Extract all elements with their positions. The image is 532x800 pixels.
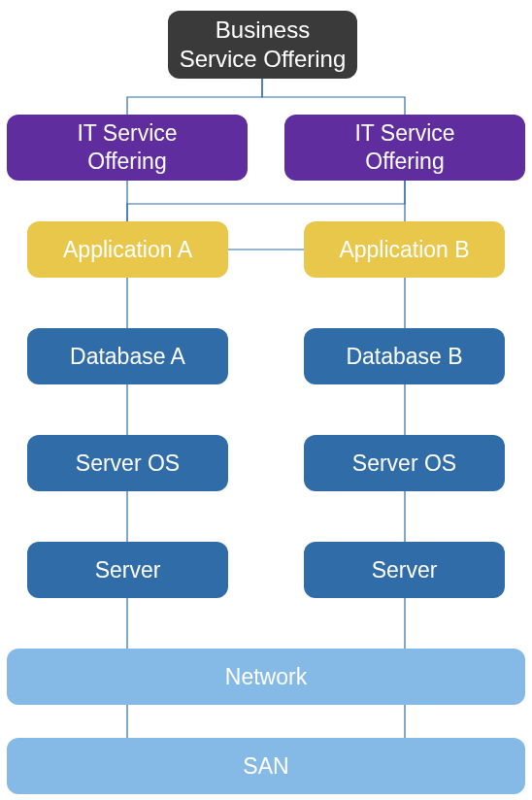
node-it-service-offering-right: IT Service Offering — [284, 115, 525, 181]
node-server-b: Server — [304, 542, 505, 598]
node-application-b: Application B — [304, 221, 505, 278]
node-application-a: Application A — [27, 221, 228, 278]
node-server-os-a: Server OS — [27, 435, 228, 491]
node-network: Network — [7, 649, 525, 705]
node-it-service-offering-left: IT Service Offering — [7, 115, 248, 181]
node-san: SAN — [7, 738, 525, 794]
node-business-service-offering: Business Service Offering — [168, 11, 357, 79]
node-server-a: Server — [27, 542, 228, 598]
node-database-b: Database B — [304, 328, 505, 384]
node-server-os-b: Server OS — [304, 435, 505, 491]
node-database-a: Database A — [27, 328, 228, 384]
